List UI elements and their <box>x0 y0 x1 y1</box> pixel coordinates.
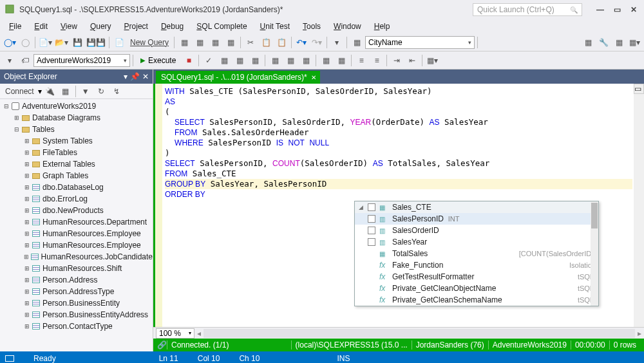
ac-item[interactable]: fxPrivate_GetCleanSchemaNametSQLt <box>355 294 598 306</box>
paste-button[interactable]: 📋 <box>274 35 289 50</box>
menu-help[interactable]: Help <box>369 21 395 32</box>
new-query-label[interactable]: New Query <box>128 38 171 47</box>
nav-fwd-button[interactable]: ◯ <box>18 35 32 50</box>
save-all-button[interactable]: 💾💾 <box>86 35 106 50</box>
tree-table[interactable]: ⊞dbo.DatabaseLog <box>0 182 153 193</box>
menu-window[interactable]: Window <box>328 21 366 32</box>
menu-query[interactable]: Query <box>85 21 117 32</box>
comment-button[interactable]: ≡ <box>354 53 368 68</box>
tree-table[interactable]: ⊞HumanResources.Shift <box>0 263 153 274</box>
tree-subfolder[interactable]: FileTables <box>43 148 77 157</box>
tb2-last[interactable]: ▦▾ <box>425 53 439 68</box>
sidebar-dropdown-icon[interactable]: ▾ <box>124 72 128 81</box>
sidebar-pin-icon[interactable]: 📌 <box>130 72 140 81</box>
outdent-button[interactable]: ⇤ <box>405 53 419 68</box>
tb2-g2[interactable]: ▦ <box>232 53 247 68</box>
ac-item[interactable]: fxGetTestResultFormattertSQLt <box>355 271 598 283</box>
menu-file[interactable]: File <box>4 21 26 32</box>
tb2-g1[interactable]: ▦ <box>217 53 231 68</box>
tree-table[interactable]: ⊞Person.Address <box>0 274 153 286</box>
ac-header[interactable]: ◢ ▦ Sales_CTE <box>355 201 598 213</box>
tb-find-button[interactable]: ▾ <box>330 35 344 50</box>
tree-table[interactable]: ⊞HumanResources.JobCandidate <box>0 251 153 263</box>
tb-ext-2[interactable]: 🔧 <box>596 35 611 50</box>
ac-item[interactable]: ▥SalesOrderID <box>355 225 598 236</box>
tb2-g4[interactable]: ▦ <box>268 53 282 68</box>
nav-back-button[interactable]: ◯▾ <box>3 35 17 50</box>
ac-scrollbar[interactable] <box>591 201 598 306</box>
close-button[interactable]: ✕ <box>629 5 639 15</box>
stop-button[interactable]: ■ <box>182 53 196 68</box>
split-handle[interactable]: ▭ <box>634 84 644 94</box>
ac-item[interactable]: fxFake_FunctionIsolation <box>355 259 598 271</box>
ac-item[interactable]: fxPrivate_GetCleanObjectNametSQLt <box>355 283 598 294</box>
ac-item[interactable]: ▥SalesYear <box>355 236 598 248</box>
tb2-icon-1[interactable]: ▾ <box>3 53 17 68</box>
redo-button[interactable]: ↷▾ <box>310 35 324 50</box>
autocomplete-popup[interactable]: ◢ ▦ Sales_CTE ▥SalesPersonID INT▥SalesOr… <box>354 201 599 306</box>
document-tab[interactable]: SQLQuery1.sql - .\...019 (JordanSanders)… <box>156 71 320 84</box>
quick-launch-input[interactable]: Quick Launch (Ctrl+Q) <box>473 3 582 16</box>
menu-unit-test[interactable]: Unit Test <box>255 21 295 32</box>
maximize-button[interactable]: ▭ <box>612 5 622 15</box>
tb2-g5[interactable]: ▦ <box>283 53 298 68</box>
tb2-g8[interactable]: ▦ <box>334 53 348 68</box>
minimize-button[interactable]: — <box>595 5 605 15</box>
tb-icon-2[interactable]: ▦ <box>193 35 207 50</box>
execute-button[interactable]: ▶ Execute <box>136 54 180 67</box>
object-tree[interactable]: ⊟AdventureWorks2019 ⊞Database Diagrams ⊟… <box>0 99 153 351</box>
tb2-g3[interactable]: ▦ <box>248 53 262 68</box>
new-file-button[interactable]: 📄▾ <box>38 35 53 50</box>
ac-item[interactable]: ▦TotalSales[COUNT(SalesOrderID)] <box>355 248 598 259</box>
menu-sql-complete[interactable]: SQL Complete <box>191 21 252 32</box>
tb-icon-3[interactable]: ▦ <box>208 35 222 50</box>
tree-folder[interactable]: Tables <box>32 125 55 134</box>
filter-icon[interactable]: ▦ <box>59 84 73 98</box>
zoom-dropdown[interactable]: 100 % <box>156 328 194 339</box>
tab-close-icon[interactable]: ✕ <box>311 74 316 81</box>
database-dropdown[interactable]: AdventureWorks2019 <box>33 54 130 67</box>
tree-table[interactable]: ⊞HumanResources.Employee <box>0 239 153 251</box>
tb-ext-4[interactable]: ▦▾ <box>627 35 641 50</box>
tb-ext-3[interactable]: ▦ <box>612 35 626 50</box>
tb-icon-1[interactable]: ▦ <box>177 35 191 50</box>
uncomment-button[interactable]: ≡ <box>370 53 384 68</box>
indent-button[interactable]: ⇥ <box>390 53 404 68</box>
save-button[interactable]: 💾 <box>70 35 84 50</box>
menu-tools[interactable]: Tools <box>298 21 326 32</box>
ac-item[interactable]: ▥SalesPersonID INT <box>355 213 598 225</box>
sidebar-close-icon[interactable]: ✕ <box>142 72 149 81</box>
tree-table[interactable]: ⊞Person.BusinessEntityAddress <box>0 309 153 321</box>
tree-table[interactable]: ⊞HumanResources.Department <box>0 216 153 228</box>
tree-subfolder[interactable]: System Tables <box>43 136 93 145</box>
tree-db-root[interactable]: AdventureWorks2019 <box>22 102 96 111</box>
tree-subfolder[interactable]: External Tables <box>43 160 95 169</box>
tb2-g7[interactable]: ▦ <box>319 53 333 68</box>
tb2-icon-2[interactable]: 🏷 <box>18 53 32 68</box>
refresh-icon[interactable]: ↻ <box>94 84 108 98</box>
tree-table[interactable]: ⊞Person.AddressType <box>0 286 153 297</box>
undo-button[interactable]: ↶▾ <box>294 35 308 50</box>
menu-edit[interactable]: Edit <box>29 21 53 32</box>
tree-table[interactable]: ⊞dbo.ErrorLog <box>0 193 153 205</box>
tree-folder[interactable]: Database Diagrams <box>32 113 100 122</box>
menu-view[interactable]: View <box>55 21 82 32</box>
stop-icon[interactable]: ▼ <box>79 84 93 98</box>
menu-debug[interactable]: Debug <box>156 21 189 32</box>
code-editor[interactable]: WITH Sales_CTE (SalesPersonID, SalesOrde… <box>153 84 644 327</box>
open-file-button[interactable]: 📂▾ <box>54 35 69 50</box>
parse-button[interactable]: ✓ <box>202 53 216 68</box>
disconnect-icon[interactable]: 🔌 <box>43 84 57 98</box>
menu-project[interactable]: Project <box>119 21 153 32</box>
editor-hscrollbar[interactable] <box>204 329 635 338</box>
tree-table[interactable]: ⊞Person.ContactType <box>0 321 153 332</box>
tree-table[interactable]: ⊞HumanResources.Employee <box>0 228 153 239</box>
combo-right[interactable]: CityName <box>365 36 475 49</box>
tree-subfolder[interactable]: Graph Tables <box>43 171 88 180</box>
tb2-g6[interactable]: ▦ <box>299 53 313 68</box>
copy-button[interactable]: 📋 <box>259 35 273 50</box>
tree-table[interactable]: ⊞dbo.NewProducts <box>0 205 153 216</box>
new-query-icon[interactable]: 📄 <box>112 35 126 50</box>
editor-vscrollbar[interactable] <box>634 94 644 327</box>
tree-table[interactable]: ⊞Person.BusinessEntity <box>0 297 153 309</box>
